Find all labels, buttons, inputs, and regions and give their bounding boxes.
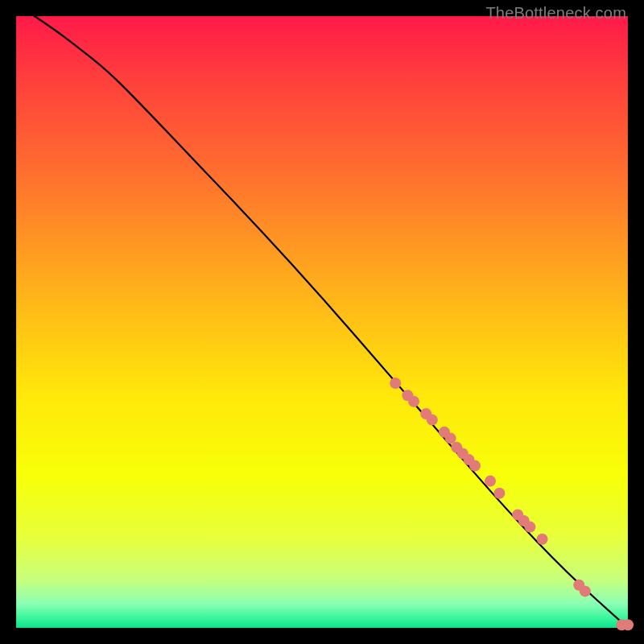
data-points: [390, 378, 634, 630]
chart-svg: [16, 16, 628, 628]
chart-stage: TheBottleneck.com: [0, 0, 644, 644]
data-point: [622, 619, 634, 630]
data-point: [469, 460, 481, 472]
data-point: [390, 378, 401, 389]
data-point: [493, 488, 505, 499]
data-point: [445, 432, 456, 444]
data-point: [580, 585, 591, 597]
data-point: [408, 396, 419, 407]
plot-area: [16, 16, 628, 628]
watermark-label: TheBottleneck.com: [485, 4, 626, 23]
data-point: [524, 522, 535, 533]
data-point: [485, 476, 496, 487]
data-point: [427, 415, 438, 426]
data-point: [537, 534, 548, 545]
